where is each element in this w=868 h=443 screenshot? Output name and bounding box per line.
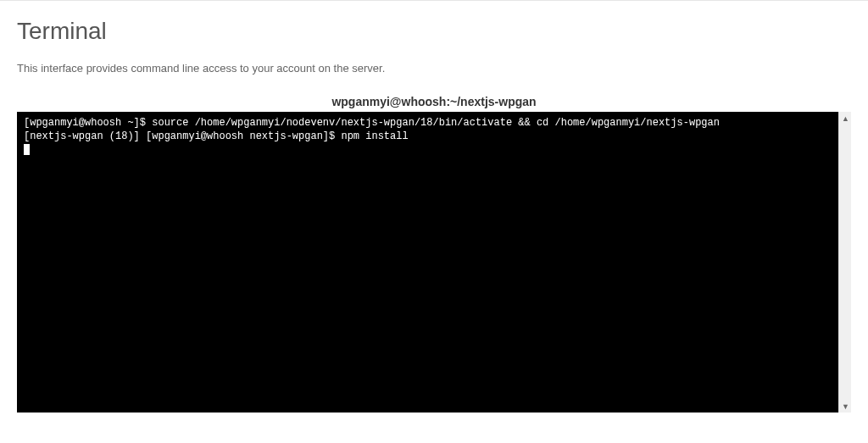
terminal-page: Terminal This interface provides command…	[0, 0, 868, 443]
terminal-console[interactable]: [wpganmyi@whoosh ~]$ source /home/wpganm…	[17, 112, 838, 413]
scrollbar-down-arrow-icon[interactable]: ▼	[839, 400, 852, 413]
page-description: This interface provides command line acc…	[17, 62, 851, 75]
scrollbar-up-arrow-icon[interactable]: ▲	[839, 112, 852, 125]
terminal-line: [nextjs-wpgan (18)] [wpganmyi@whoosh nex…	[24, 130, 832, 144]
terminal-cursor	[24, 144, 30, 155]
terminal-scrollbar[interactable]: ▲ ▼	[838, 112, 851, 413]
terminal-session-label: wpganmyi@whoosh:~/nextjs-wpgan	[17, 91, 851, 112]
terminal-line: [wpganmyi@whoosh ~]$ source /home/wpganm…	[24, 117, 832, 130]
terminal-wrapper: [wpganmyi@whoosh ~]$ source /home/wpganm…	[17, 112, 851, 413]
page-title: Terminal	[17, 18, 851, 45]
